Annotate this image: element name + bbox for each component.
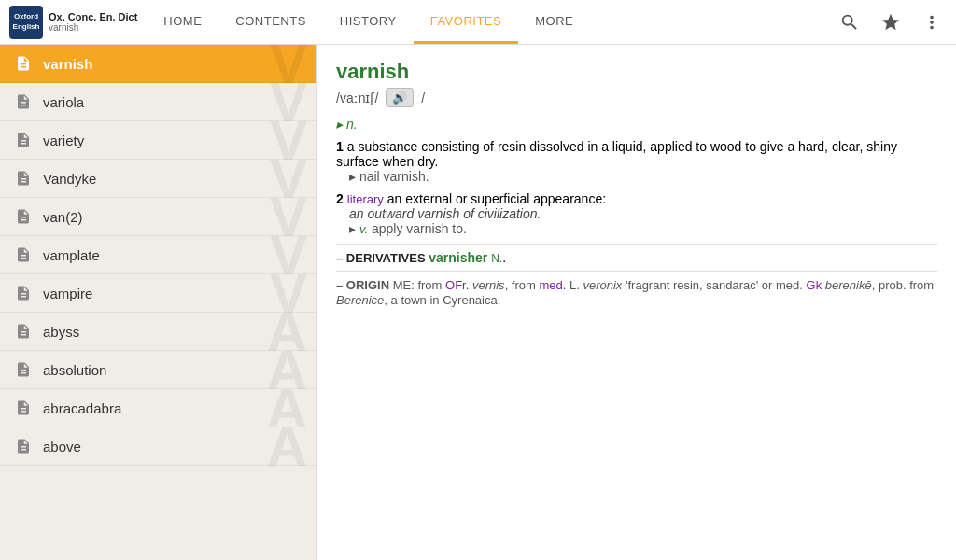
sidebar-item-label: variola: [43, 94, 84, 110]
def-num-1: 1: [336, 139, 344, 154]
sidebar-item-label: variety: [43, 133, 84, 148]
sidebar-item-vandyke[interactable]: Vandyke: [0, 160, 316, 198]
sidebar-item-absolution[interactable]: absolution: [0, 351, 316, 389]
derivative-dot: .: [502, 250, 506, 265]
sidebar-item-label: vampire: [43, 286, 92, 301]
tab-home[interactable]: HOME: [147, 0, 218, 44]
sidebar-item-label: vamplate: [43, 247, 100, 263]
sidebar-item-above[interactable]: above: [0, 427, 316, 466]
sidebar-item-vamplate[interactable]: vamplate: [0, 236, 316, 274]
derivative-word: varnisher: [429, 250, 487, 265]
sidebar-item-abracadabra[interactable]: abracadabra: [0, 389, 316, 427]
app-title-block: Ox. Conc. En. Dict varnish: [49, 11, 137, 33]
app-title: Ox. Conc. En. Dict: [49, 11, 137, 22]
word-title: varnish: [336, 60, 937, 84]
def-num-2: 2: [336, 191, 344, 206]
def-sub-pos: v. apply varnish to.: [349, 221, 937, 236]
star-icon: [880, 12, 901, 33]
doc-icon: [13, 437, 34, 455]
sidebar-item-label: varnish: [43, 56, 92, 72]
def-text-1: a substance consisting of resin dissolve…: [336, 139, 897, 169]
doc-icon: [13, 92, 34, 111]
divider-2: [336, 271, 937, 272]
sidebar-item-label: absolution: [43, 362, 106, 378]
more-icon-button[interactable]: [915, 6, 949, 39]
def-label-literary: literary: [347, 192, 384, 206]
navbar: OxfordEnglish Ox. Conc. En. Dict varnish…: [0, 0, 956, 45]
nav-icons: [825, 6, 956, 39]
origin-section: – ORIGIN ME: from OFr. vernis, from med.…: [336, 277, 937, 307]
origin-label: – ORIGIN: [336, 278, 393, 292]
definition-1: 1a substance consisting of resin dissolv…: [336, 139, 937, 184]
sidebar-item-variola[interactable]: variola: [0, 83, 316, 121]
def-text-2: an external or superficial appearance:: [387, 191, 606, 206]
doc-icon: [13, 322, 34, 341]
search-icon: [839, 12, 860, 33]
derivatives-section: – DERIVATIVES varnisher N..: [336, 250, 937, 265]
sidebar-item-abyss[interactable]: abyss: [0, 313, 316, 351]
tab-more[interactable]: MORE: [518, 0, 590, 44]
doc-icon: [13, 399, 34, 417]
phonetic-text: /vaːnɪʃ/: [336, 91, 378, 105]
tab-contents[interactable]: CONTENTS: [218, 0, 323, 44]
sidebar-item-label: Vandyke: [43, 171, 96, 187]
derivative-pos: N.: [491, 252, 502, 265]
doc-icon: [13, 54, 34, 73]
tab-favorites[interactable]: FAVORITES: [414, 0, 519, 44]
app-subtitle: varnish: [49, 22, 137, 33]
word-pos: n.: [336, 117, 937, 132]
search-icon-button[interactable]: [833, 6, 866, 39]
dict-content: varnish /vaːnɪʃ/ 🔊 / n. 1a substance con…: [317, 45, 956, 560]
sidebar-item-vampire[interactable]: vampire: [0, 274, 316, 313]
doc-icon: [13, 131, 34, 149]
sidebar-item-label: abracadabra: [43, 400, 121, 416]
def-example-1: nail varnish.: [349, 169, 937, 184]
logo-image: OxfordEnglish: [9, 6, 43, 39]
main-content: varnish variola variety Vandyke van(2): [0, 45, 956, 560]
sidebar: varnish variola variety Vandyke van(2): [0, 45, 317, 560]
phonetic-end: /: [421, 91, 425, 105]
sidebar-item-label: abyss: [43, 324, 79, 340]
divider-1: [336, 244, 937, 245]
sidebar-item-variety[interactable]: variety: [0, 121, 316, 160]
def-example-2: an outward varnish of civilization.: [349, 206, 937, 221]
tab-history[interactable]: HISTORY: [323, 0, 414, 44]
sidebar-item-label: van(2): [43, 209, 83, 225]
doc-icon: [13, 207, 34, 226]
definition-2: 2literaryan external or superficial appe…: [336, 191, 937, 236]
word-phonetic: /vaːnɪʃ/ 🔊 /: [336, 88, 937, 107]
sound-button[interactable]: 🔊: [386, 88, 414, 107]
nav-tabs: HOME CONTENTS HISTORY FAVORITES MORE: [147, 0, 825, 44]
sidebar-item-van2[interactable]: van(2): [0, 198, 316, 236]
doc-icon: [13, 245, 34, 264]
doc-icon: [13, 360, 34, 379]
app-logo: OxfordEnglish Ox. Conc. En. Dict varnish: [0, 6, 147, 39]
more-vert-icon: [921, 12, 942, 33]
origin-text: ME: from OFr. vernis, from med. L. veron…: [336, 278, 934, 307]
favorites-icon-button[interactable]: [874, 6, 907, 39]
sidebar-item-label: above: [43, 439, 81, 455]
doc-icon: [13, 284, 34, 302]
doc-icon: [13, 169, 34, 188]
sidebar-item-varnish[interactable]: varnish: [0, 45, 316, 83]
derivatives-label: – DERIVATIVES: [336, 251, 429, 265]
